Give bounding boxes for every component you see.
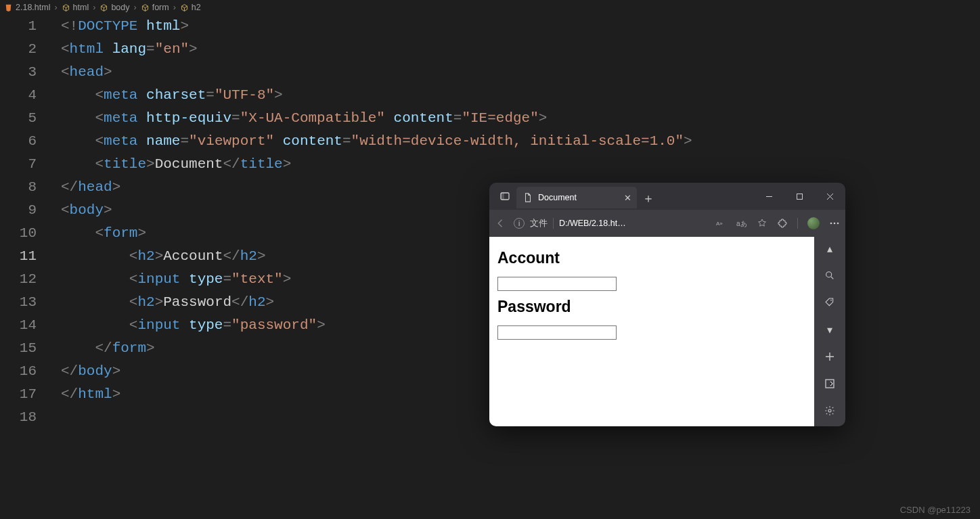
symbol-icon [141,3,150,12]
symbol-icon [99,3,108,12]
code-line[interactable]: <meta name="viewport" content="width=dev… [61,130,980,153]
symbol-icon [62,3,70,12]
breadcrumb-label: body [111,3,129,12]
collapse-icon[interactable] [814,376,845,391]
favorite-icon[interactable] [757,218,767,229]
line-number: 9 [0,199,57,222]
rendered-page: Account Password [489,237,814,426]
code-line[interactable]: <meta charset="UTF-8"> [61,84,980,107]
plus-icon[interactable] [814,349,845,364]
svg-point-5 [830,223,832,225]
line-number: 16 [0,360,57,383]
code-line[interactable]: <head> [61,61,980,84]
browser-toolbar: i 文件 D:/WEB/2.18.ht… A» aあ [489,210,845,237]
more-icon[interactable] [829,218,840,229]
line-number: 1 [0,15,57,38]
breadcrumb: 2.18.html › html › body › form › h2 [0,0,980,15]
tab-actions-icon[interactable] [493,183,516,210]
breadcrumb-sep-icon: › [53,3,58,12]
line-number: 12 [0,268,57,291]
edge-sidebar: ▴ ▾ [814,237,845,426]
breadcrumb-label: html [73,3,89,12]
svg-rect-1 [501,193,504,200]
svg-point-6 [834,223,836,225]
breadcrumb-h2[interactable]: h2 [180,3,201,12]
divider [797,218,798,229]
read-aloud-icon[interactable]: A» [716,218,727,229]
code-line[interactable]: <html lang="en"> [61,38,980,61]
line-number: 18 [0,406,57,429]
browser-window: Document ✕ ＋ i 文件 D:/WEB/2.18.ht… A» aあ … [489,183,845,426]
back-button[interactable] [495,217,507,229]
address-path: D:/WEB/2.18.ht… [559,219,626,228]
line-number: 14 [0,314,57,337]
line-number: 7 [0,153,57,176]
line-number: 6 [0,130,57,153]
tab-title: Document [538,193,577,202]
breadcrumb-label: form [152,3,169,12]
new-tab-button[interactable]: ＋ [637,187,660,210]
breadcrumb-file-label: 2.18.html [16,3,50,12]
svg-point-7 [837,223,839,225]
breadcrumb-sep-icon: › [172,3,177,12]
browser-tab[interactable]: Document ✕ [516,187,637,208]
code-line[interactable]: <title>Document</title> [61,153,980,176]
info-icon[interactable]: i [514,218,525,229]
address-type-label: 文件 [530,218,548,229]
line-number: 17 [0,383,57,406]
browser-titlebar: Document ✕ ＋ [489,183,845,210]
line-number: 13 [0,291,57,314]
svg-point-8 [826,272,832,277]
maximize-button[interactable] [784,183,815,210]
svg-text:A»: A» [716,221,723,227]
minimize-button[interactable] [754,183,784,210]
symbol-icon [180,3,189,12]
page-heading-password: Password [497,298,806,316]
breadcrumb-sep-icon: › [133,3,138,12]
svg-point-9 [830,300,832,301]
chevron-up-icon[interactable]: ▴ [814,241,845,256]
svg-text:aあ: aあ [736,220,747,227]
line-number: 3 [0,61,57,84]
close-button[interactable] [815,183,845,210]
page-heading-account: Account [497,249,806,267]
line-gutter: 123456789101112131415161718 [0,15,57,429]
breadcrumb-html[interactable]: html [62,3,89,12]
svg-point-11 [828,409,831,412]
line-number: 5 [0,107,57,130]
tab-close-icon[interactable]: ✕ [624,193,631,203]
search-icon[interactable] [814,268,845,283]
account-input[interactable] [497,277,617,291]
breadcrumb-body[interactable]: body [99,3,129,12]
gear-icon[interactable] [814,403,845,418]
code-line[interactable]: <!DOCTYPE html> [61,15,980,38]
file-icon [523,193,533,202]
profile-avatar[interactable] [807,217,820,229]
tag-icon[interactable] [814,295,845,310]
svg-rect-2 [797,194,803,199]
extensions-icon[interactable] [777,218,788,229]
breadcrumb-label: h2 [192,3,201,12]
chevron-down-icon[interactable]: ▾ [814,322,845,337]
breadcrumb-sep-icon: › [91,3,97,12]
address-bar[interactable]: i 文件 D:/WEB/2.18.ht… [514,218,626,229]
line-number: 2 [0,38,57,61]
translate-icon[interactable]: aあ [736,218,747,229]
watermark: CSDN @pe11223 [900,505,971,515]
breadcrumb-file[interactable]: 2.18.html [4,3,50,12]
line-number: 11 [0,245,57,268]
password-input[interactable] [497,325,617,340]
line-number: 10 [0,222,57,245]
line-number: 8 [0,176,57,199]
code-line[interactable]: <meta http-equiv="X-UA-Compatible" conte… [61,107,980,130]
line-number: 4 [0,84,57,107]
html-file-icon [4,3,13,12]
divider [553,218,554,229]
breadcrumb-form[interactable]: form [141,3,169,12]
line-number: 15 [0,337,57,360]
